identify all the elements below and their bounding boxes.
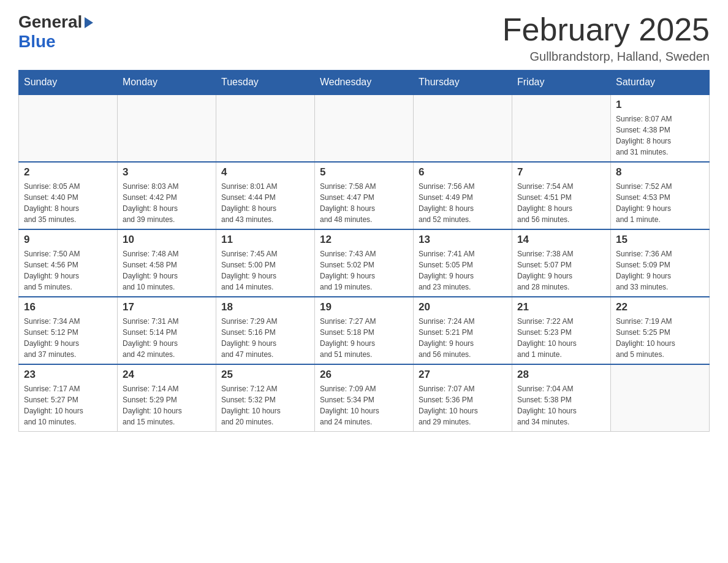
day-info: Sunrise: 7:09 AMSunset: 5:34 PMDaylight:… [320,383,408,427]
weekday-header-row: SundayMondayTuesdayWednesdayThursdayFrid… [19,71,710,95]
location: Gullbrandstorp, Halland, Sweden [502,50,710,64]
calendar-cell: 11Sunrise: 7:45 AMSunset: 5:00 PMDayligh… [216,229,315,297]
calendar-cell: 18Sunrise: 7:29 AMSunset: 5:16 PMDayligh… [216,297,315,364]
calendar-cell: 13Sunrise: 7:41 AMSunset: 5:05 PMDayligh… [414,229,512,297]
day-number: 2 [24,166,112,178]
logo-general: General [18,12,82,32]
calendar-cell: 7Sunrise: 7:54 AMSunset: 4:51 PMDaylight… [512,162,611,229]
calendar-cell: 22Sunrise: 7:19 AMSunset: 5:25 PMDayligh… [611,297,710,364]
day-info: Sunrise: 7:12 AMSunset: 5:32 PMDaylight:… [221,383,309,427]
weekday-header-monday: Monday [118,71,216,95]
calendar-cell: 16Sunrise: 7:34 AMSunset: 5:12 PMDayligh… [19,297,118,364]
day-info: Sunrise: 7:07 AMSunset: 5:36 PMDaylight:… [419,383,507,427]
day-info: Sunrise: 8:03 AMSunset: 4:42 PMDaylight:… [123,181,211,225]
day-info: Sunrise: 7:04 AMSunset: 5:38 PMDaylight:… [517,383,605,427]
day-number: 26 [320,369,408,381]
calendar-cell [216,94,315,162]
calendar-cell: 4Sunrise: 8:01 AMSunset: 4:44 PMDaylight… [216,162,315,229]
calendar-cell: 19Sunrise: 7:27 AMSunset: 5:18 PMDayligh… [315,297,414,364]
calendar-week-row: 9Sunrise: 7:50 AMSunset: 4:56 PMDaylight… [19,229,710,297]
calendar-cell: 3Sunrise: 8:03 AMSunset: 4:42 PMDaylight… [118,162,216,229]
day-number: 28 [517,369,605,381]
day-number: 6 [419,166,507,178]
day-number: 3 [123,166,211,178]
weekday-header-tuesday: Tuesday [216,71,315,95]
calendar-week-row: 2Sunrise: 8:05 AMSunset: 4:40 PMDaylight… [19,162,710,229]
calendar-week-row: 23Sunrise: 7:17 AMSunset: 5:27 PMDayligh… [19,364,710,432]
calendar-cell [19,94,118,162]
day-number: 25 [221,369,309,381]
day-info: Sunrise: 7:43 AMSunset: 5:02 PMDaylight:… [320,248,408,293]
day-number: 27 [419,369,507,381]
calendar-week-row: 1Sunrise: 8:07 AMSunset: 4:38 PMDaylight… [19,94,710,162]
day-number: 10 [123,234,211,246]
calendar-cell: 17Sunrise: 7:31 AMSunset: 5:14 PMDayligh… [118,297,216,364]
day-number: 19 [320,301,408,313]
page: General Blue February 2025 Gullbrandstor… [0,0,728,450]
day-info: Sunrise: 7:48 AMSunset: 4:58 PMDaylight:… [123,248,211,293]
day-info: Sunrise: 7:45 AMSunset: 5:00 PMDaylight:… [221,248,309,293]
month-title: February 2025 [502,12,710,47]
day-number: 5 [320,166,408,178]
day-number: 20 [419,301,507,313]
calendar-cell: 14Sunrise: 7:38 AMSunset: 5:07 PMDayligh… [512,229,611,297]
calendar-cell [611,364,710,432]
weekday-header-sunday: Sunday [19,71,118,95]
calendar-cell: 15Sunrise: 7:36 AMSunset: 5:09 PMDayligh… [611,229,710,297]
calendar-cell [315,94,414,162]
calendar-cell [118,94,216,162]
day-info: Sunrise: 7:38 AMSunset: 5:07 PMDaylight:… [517,248,605,293]
day-info: Sunrise: 7:34 AMSunset: 5:12 PMDaylight:… [24,316,112,360]
calendar-cell: 20Sunrise: 7:24 AMSunset: 5:21 PMDayligh… [414,297,512,364]
day-number: 15 [616,234,704,246]
day-number: 22 [616,301,704,313]
calendar-cell [414,94,512,162]
weekday-header-saturday: Saturday [611,71,710,95]
day-number: 23 [24,369,112,381]
calendar-cell [512,94,611,162]
logo-arrow-icon [85,17,93,28]
header: General Blue February 2025 Gullbrandstor… [18,12,710,64]
day-info: Sunrise: 7:27 AMSunset: 5:18 PMDaylight:… [320,316,408,360]
day-number: 7 [517,166,605,178]
day-number: 12 [320,234,408,246]
calendar-cell: 2Sunrise: 8:05 AMSunset: 4:40 PMDaylight… [19,162,118,229]
calendar-cell: 1Sunrise: 8:07 AMSunset: 4:38 PMDaylight… [611,94,710,162]
calendar-cell: 10Sunrise: 7:48 AMSunset: 4:58 PMDayligh… [118,229,216,297]
day-info: Sunrise: 8:05 AMSunset: 4:40 PMDaylight:… [24,181,112,225]
day-info: Sunrise: 7:54 AMSunset: 4:51 PMDaylight:… [517,181,605,225]
day-info: Sunrise: 7:50 AMSunset: 4:56 PMDaylight:… [24,248,112,293]
day-info: Sunrise: 8:07 AMSunset: 4:38 PMDaylight:… [616,113,704,158]
day-number: 4 [221,166,309,178]
day-number: 17 [123,301,211,313]
calendar-cell: 12Sunrise: 7:43 AMSunset: 5:02 PMDayligh… [315,229,414,297]
day-info: Sunrise: 7:56 AMSunset: 4:49 PMDaylight:… [419,181,507,225]
day-info: Sunrise: 7:41 AMSunset: 5:05 PMDaylight:… [419,248,507,293]
logo: General Blue [18,12,93,52]
calendar-week-row: 16Sunrise: 7:34 AMSunset: 5:12 PMDayligh… [19,297,710,364]
day-number: 18 [221,301,309,313]
day-info: Sunrise: 7:29 AMSunset: 5:16 PMDaylight:… [221,316,309,360]
day-info: Sunrise: 7:52 AMSunset: 4:53 PMDaylight:… [616,181,704,225]
day-number: 24 [123,369,211,381]
weekday-header-friday: Friday [512,71,611,95]
weekday-header-thursday: Thursday [414,71,512,95]
day-info: Sunrise: 7:36 AMSunset: 5:09 PMDaylight:… [616,248,704,293]
day-number: 9 [24,234,112,246]
title-block: February 2025 Gullbrandstorp, Halland, S… [502,12,710,64]
day-info: Sunrise: 7:31 AMSunset: 5:14 PMDaylight:… [123,316,211,360]
calendar-cell: 6Sunrise: 7:56 AMSunset: 4:49 PMDaylight… [414,162,512,229]
logo-blue: Blue [18,32,56,52]
day-number: 14 [517,234,605,246]
calendar-cell: 24Sunrise: 7:14 AMSunset: 5:29 PMDayligh… [118,364,216,432]
day-number: 1 [616,99,704,111]
calendar-cell: 26Sunrise: 7:09 AMSunset: 5:34 PMDayligh… [315,364,414,432]
day-number: 21 [517,301,605,313]
day-number: 11 [221,234,309,246]
day-number: 16 [24,301,112,313]
calendar-cell: 9Sunrise: 7:50 AMSunset: 4:56 PMDaylight… [19,229,118,297]
calendar-cell: 5Sunrise: 7:58 AMSunset: 4:47 PMDaylight… [315,162,414,229]
day-info: Sunrise: 7:58 AMSunset: 4:47 PMDaylight:… [320,181,408,225]
day-info: Sunrise: 7:14 AMSunset: 5:29 PMDaylight:… [123,383,211,427]
weekday-header-wednesday: Wednesday [315,71,414,95]
